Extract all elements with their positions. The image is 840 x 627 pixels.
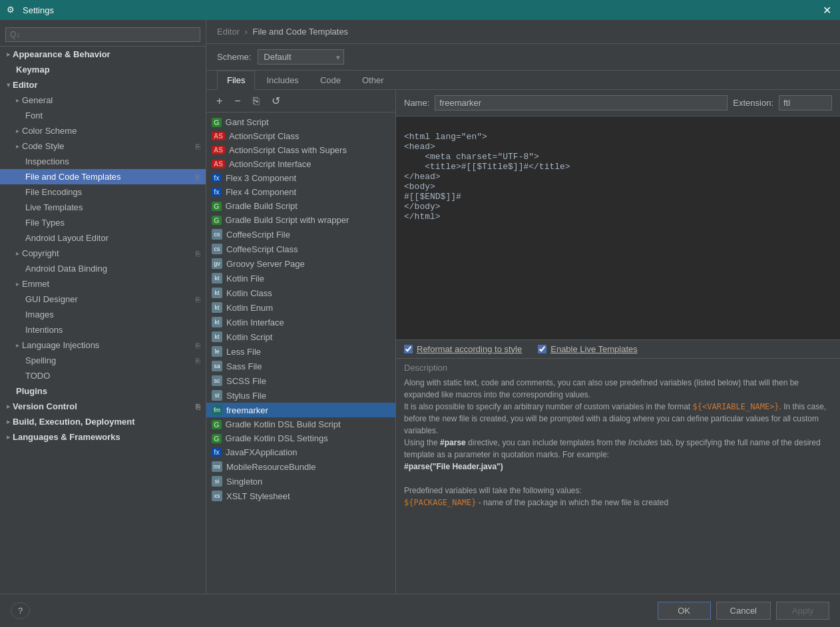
sidebar-item-intentions[interactable]: Intentions [0,322,206,337]
cancel-button[interactable]: Cancel [716,602,771,620]
file-item[interactable]: ktKotlin Interface [206,315,395,329]
file-item[interactable]: GGradle Build Script with wrapper [206,213,395,227]
sidebar-item-editor[interactable]: ▾Editor [0,77,206,93]
sidebar-item-language-injections[interactable]: ▸Language Injections⎘ [0,337,206,353]
breadcrumb: Editor › File and Code Templates [206,20,840,44]
sidebar-item-live-templates[interactable]: Live Templates [0,200,206,215]
ok-button[interactable]: OK [658,602,711,620]
file-item[interactable]: ktKotlin Enum [206,300,395,315]
file-item[interactable]: stStylus File [206,388,395,403]
sidebar-item-inspections[interactable]: Inspections [0,154,206,169]
sidebar-item-file-and-code-templates[interactable]: File and Code Templates⎘ [0,169,206,184]
sidebar-item-copyright[interactable]: ▸Copyright⎘ [0,246,206,261]
file-item[interactable]: ASActionScript Interface [206,157,395,171]
file-name: Less File [226,347,261,357]
sidebar-items-container: ▸Appearance & BehaviorKeymap▾Editor▸Gene… [0,47,206,445]
file-item[interactable]: csCoffeeScript File [206,227,395,242]
sidebar-item-color-scheme[interactable]: ▸Color Scheme [0,123,206,138]
code-editor[interactable]: <html lang="en"> <head> <meta charset="U… [396,116,840,340]
enable-live-checkbox[interactable] [538,345,546,353]
sidebar-label-file-types: File Types [25,218,65,228]
sidebar-label-keymap: Keymap [16,65,50,75]
file-item[interactable]: csCoffeeScript Class [206,242,395,256]
sidebar-item-todo[interactable]: TODO [0,368,206,383]
file-item[interactable]: GGradle Kotlin DSL Build Script [206,417,395,431]
sidebar-item-version-control[interactable]: ▸Version Control⎘ [0,399,206,414]
sidebar-item-images[interactable]: Images [0,307,206,322]
file-item[interactable]: ktKotlin Script [206,329,395,344]
copy-template-button[interactable]: ⎘ [248,93,264,109]
remove-template-button[interactable]: − [230,93,245,109]
file-list-toolbar: + − ⎘ ↺ [206,90,395,112]
file-item[interactable]: siSingleton [206,474,395,489]
close-button[interactable]: ✕ [820,3,833,17]
file-item[interactable]: saSass File [206,359,395,373]
tab-includes[interactable]: Includes [256,71,308,89]
file-icon-as: AS [212,146,225,154]
file-name: Stylus File [226,391,266,401]
tab-other[interactable]: Other [352,71,394,89]
sidebar-item-build-exec-deploy[interactable]: ▸Build, Execution, Deployment [0,414,206,429]
sidebar-label-gui-designer: GUI Designer [25,294,78,304]
file-item[interactable]: mrMobileResourceBundle [206,459,395,474]
file-item[interactable]: fxFlex 4 Component [206,185,395,199]
file-item[interactable]: gvGroovy Server Page [206,256,395,271]
file-item[interactable]: ASActionScript Class with Supers [206,143,395,157]
file-icon-default: si [212,476,222,487]
file-item[interactable]: fxJavaFXApplication [206,445,395,459]
apply-button[interactable]: Apply [776,602,829,620]
file-item[interactable]: ktKotlin File [206,271,395,286]
sidebar-item-font[interactable]: Font [0,108,206,123]
name-input[interactable] [435,95,728,110]
sidebar-item-emmet[interactable]: ▸Emmet [0,276,206,292]
add-template-button[interactable]: + [212,93,227,109]
file-item[interactable]: leLess File [206,344,395,359]
file-icon-fx: fx [212,448,222,457]
sidebar-item-gui-designer[interactable]: GUI Designer⎘ [0,292,206,307]
tab-files[interactable]: Files [217,71,255,90]
sidebar-item-plugins[interactable]: Plugins [0,383,206,399]
sidebar-item-android-data-binding[interactable]: Android Data Binding [0,261,206,276]
sidebar-item-languages-frameworks[interactable]: ▸Languages & Frameworks [0,429,206,445]
file-item[interactable]: scSCSS File [206,373,395,388]
file-item[interactable]: xsXSLT Stylesheet [206,489,395,503]
arrow-icon-emmet: ▸ [16,280,19,288]
tab-code[interactable]: Code [310,71,351,89]
reformat-checkbox-label[interactable]: Reformat according to style [404,344,522,354]
sidebar-item-file-encodings[interactable]: File Encodings [0,184,206,200]
file-name: SCSS File [226,376,266,386]
help-button[interactable]: ? [11,602,30,619]
sidebar-item-code-style[interactable]: ▸Code Style⎘ [0,138,206,154]
sidebar-item-spelling[interactable]: Spelling⎘ [0,353,206,368]
file-name: Kotlin Interface [226,317,284,327]
file-item[interactable]: ktKotlin Class [206,286,395,300]
sidebar-item-keymap[interactable]: Keymap [0,62,206,77]
file-name: Kotlin Class [226,288,272,298]
file-item[interactable]: GGradle Kotlin DSL Settings [206,431,395,445]
sidebar-label-file-encodings: File Encodings [25,187,82,197]
sidebar-label-emmet: Emmet [22,279,49,289]
scheme-select[interactable]: Default Project [258,49,344,65]
file-item[interactable]: GGradle Build Script [206,199,395,213]
file-icon-default: kt [212,317,222,327]
desc-package-name: ${PACKAGE_NAME} [404,498,476,507]
file-item[interactable]: fmfreemarker [206,403,395,417]
enable-live-checkbox-label[interactable]: Enable Live Templates [538,344,638,354]
reset-template-button[interactable]: ↺ [267,93,285,109]
sidebar-item-general[interactable]: ▸General [0,93,206,108]
reformat-checkbox[interactable] [404,345,413,353]
file-item[interactable]: GGant Script [206,115,395,129]
sidebar-item-android-layout-editor[interactable]: Android Layout Editor [0,230,206,246]
file-item[interactable]: fxFlex 3 Component [206,171,395,185]
sidebar-label-plugins: Plugins [16,386,47,396]
file-item[interactable]: ASActionScript Class [206,129,395,143]
sidebar-item-appearance[interactable]: ▸Appearance & Behavior [0,47,206,62]
enable-live-label: Enable Live Templates [550,344,638,354]
arrow-icon-general: ▸ [16,97,19,104]
file-name: Gradle Build Script with wrapper [226,215,349,225]
split-panel: + − ⎘ ↺ GGant ScriptASActionScript Class… [206,90,840,594]
sidebar-label-code-style: Code Style [22,141,65,151]
extension-input[interactable] [779,95,832,110]
search-input[interactable] [5,27,200,42]
sidebar-item-file-types[interactable]: File Types [0,215,206,230]
